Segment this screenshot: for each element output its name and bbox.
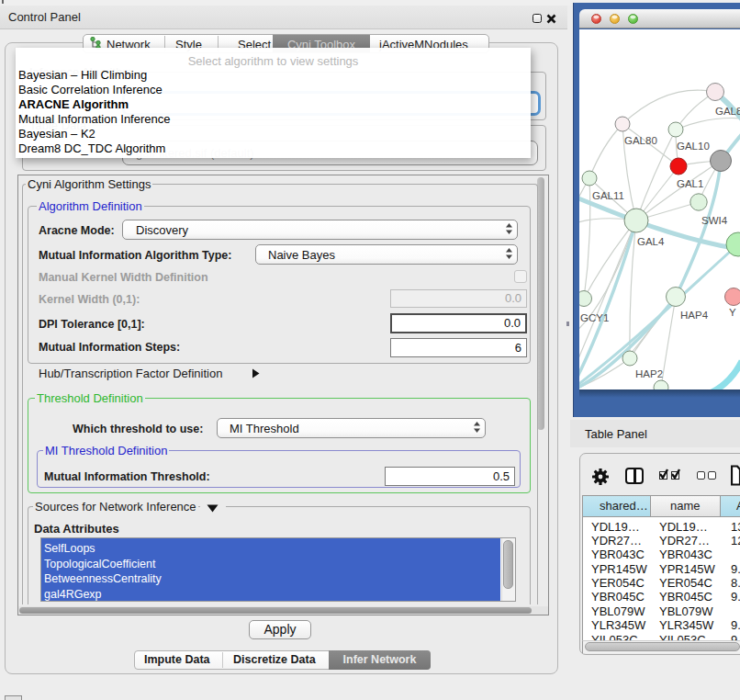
svg-text:Y: Y: [729, 307, 736, 318]
svg-text:HAP2: HAP2: [635, 368, 663, 379]
svg-text:GAL11: GAL11: [592, 190, 624, 201]
svg-text:GCY1: GCY1: [580, 312, 609, 323]
svg-text:GAL80: GAL80: [624, 135, 657, 146]
svg-text:HAP4: HAP4: [680, 310, 709, 321]
svg-text:GAL8: GAL8: [715, 106, 740, 117]
svg-text:GAL4: GAL4: [637, 236, 665, 247]
svg-text:SWI4: SWI4: [701, 215, 728, 226]
svg-text:GAL1: GAL1: [677, 178, 703, 189]
svg-text:GAL10: GAL10: [677, 141, 710, 152]
